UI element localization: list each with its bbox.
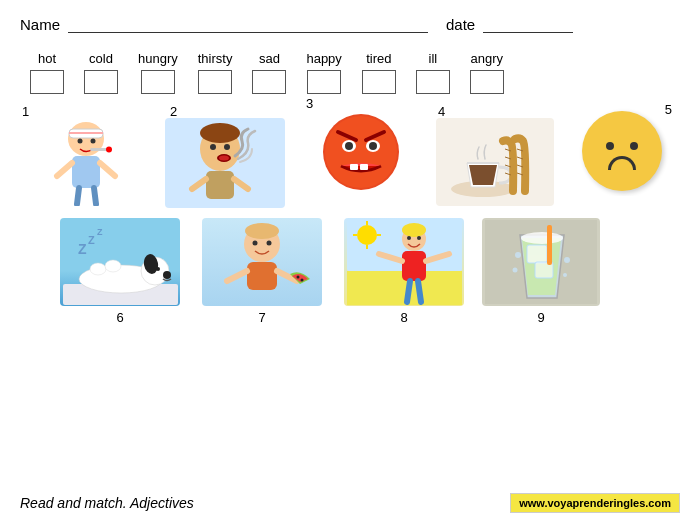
- sad-eye-right: [630, 142, 638, 150]
- svg-point-54: [357, 225, 377, 245]
- svg-point-36: [163, 271, 171, 279]
- svg-line-6: [57, 163, 72, 176]
- svg-point-3: [77, 138, 82, 143]
- word-label-sad: sad: [259, 51, 280, 66]
- image-number-5: 5: [665, 102, 672, 117]
- word-item-hot: hot: [30, 51, 64, 94]
- hot-person-icon: [170, 121, 280, 206]
- word-box-thirsty[interactable]: [198, 70, 232, 94]
- word-label-hot: hot: [38, 51, 56, 66]
- svg-point-46: [266, 241, 271, 246]
- svg-point-74: [564, 257, 570, 263]
- image-box-8: [344, 218, 464, 306]
- svg-point-50: [296, 276, 299, 279]
- sad-emoji-icon: [582, 111, 662, 191]
- image-box-3: [301, 104, 421, 194]
- image-cell-4: 4: [428, 104, 556, 206]
- svg-line-7: [100, 163, 115, 176]
- image-number-7: 7: [258, 310, 265, 325]
- sick-person-icon: [39, 121, 134, 206]
- word-label-happy: happy: [306, 51, 341, 66]
- image-cell-3: 3: [292, 104, 420, 194]
- svg-rect-69: [527, 245, 547, 263]
- date-line[interactable]: [483, 15, 573, 33]
- svg-point-73: [513, 268, 518, 273]
- happy-child-icon: [347, 219, 462, 305]
- word-label-tired: tired: [366, 51, 391, 66]
- word-label-angry: angry: [471, 51, 504, 66]
- svg-line-67: [418, 281, 421, 302]
- word-box-happy[interactable]: [307, 70, 341, 94]
- image-box-9: [482, 218, 600, 306]
- word-item-angry: angry: [470, 51, 504, 94]
- word-box-cold[interactable]: [84, 70, 118, 94]
- name-line[interactable]: [68, 15, 428, 33]
- image-cell-7: 7: [197, 218, 327, 325]
- word-box-tired[interactable]: [362, 70, 396, 94]
- word-box-hot[interactable]: [30, 70, 64, 94]
- svg-line-8: [77, 188, 79, 204]
- svg-line-20: [234, 179, 248, 189]
- svg-line-19: [192, 179, 206, 189]
- drink-icon: [485, 220, 597, 304]
- footer-url: www.voyaprenderingles.com: [510, 493, 680, 513]
- svg-point-28: [369, 142, 377, 150]
- footer-text: Read and match. Adjectives: [20, 495, 194, 511]
- image-box-1: [26, 118, 146, 208]
- image-number-6: 6: [116, 310, 123, 325]
- image-cell-5: 5: [564, 104, 674, 196]
- svg-point-71: [521, 232, 563, 244]
- svg-point-39: [105, 260, 121, 272]
- snoopy-icon: Z Z Z: [63, 219, 178, 305]
- svg-line-66: [407, 281, 410, 302]
- svg-point-51: [300, 279, 303, 282]
- sad-eyes: [606, 142, 638, 150]
- word-label-ill: ill: [429, 51, 438, 66]
- word-box-sad[interactable]: [252, 70, 286, 94]
- svg-rect-30: [360, 164, 368, 170]
- word-label-thirsty: thirsty: [198, 51, 233, 66]
- svg-point-72: [515, 252, 521, 258]
- watermelon-child-icon: [205, 219, 320, 305]
- svg-line-48: [227, 271, 247, 281]
- svg-point-22: [325, 116, 397, 188]
- image-number-9: 9: [537, 310, 544, 325]
- word-item-hungry: hungry: [138, 51, 178, 94]
- word-box-ill[interactable]: [416, 70, 450, 94]
- svg-rect-76: [547, 225, 552, 265]
- image-cell-8: 8: [339, 218, 469, 325]
- svg-text:Z: Z: [88, 234, 95, 246]
- svg-point-60: [402, 223, 426, 237]
- svg-text:Z: Z: [78, 241, 87, 257]
- image-number-3: 3: [306, 96, 313, 111]
- word-item-thirsty: thirsty: [198, 51, 233, 94]
- svg-point-75: [563, 273, 567, 277]
- svg-rect-5: [72, 156, 100, 188]
- svg-rect-47: [247, 262, 277, 290]
- footer: Read and match. Adjectives www.voyaprend…: [20, 493, 680, 513]
- word-box-angry[interactable]: [470, 70, 504, 94]
- svg-rect-18: [206, 171, 234, 199]
- svg-point-61: [407, 236, 411, 240]
- image-number-8: 8: [400, 310, 407, 325]
- svg-point-38: [90, 263, 106, 275]
- word-item-sad: sad: [252, 51, 286, 94]
- svg-rect-29: [350, 164, 358, 170]
- food-icon: [443, 121, 548, 203]
- svg-point-44: [245, 223, 279, 239]
- image-box-5: [562, 106, 682, 196]
- word-box-hungry[interactable]: [141, 70, 175, 94]
- word-bank: hot cold hungry thirsty sad happy tired: [20, 51, 680, 94]
- sad-mouth: [608, 156, 636, 170]
- image-cell-2: 2: [156, 104, 284, 208]
- word-item-cold: cold: [84, 51, 118, 94]
- svg-point-13: [200, 123, 240, 143]
- image-cell-6: Z Z Z 6: [55, 218, 185, 325]
- header: Name date: [20, 15, 680, 33]
- svg-rect-10: [90, 148, 108, 151]
- image-row-1: 1: [20, 104, 680, 208]
- image-number-1: 1: [22, 104, 29, 119]
- sad-eye-left: [606, 142, 614, 150]
- svg-point-37: [156, 267, 160, 271]
- image-number-4: 4: [438, 104, 445, 119]
